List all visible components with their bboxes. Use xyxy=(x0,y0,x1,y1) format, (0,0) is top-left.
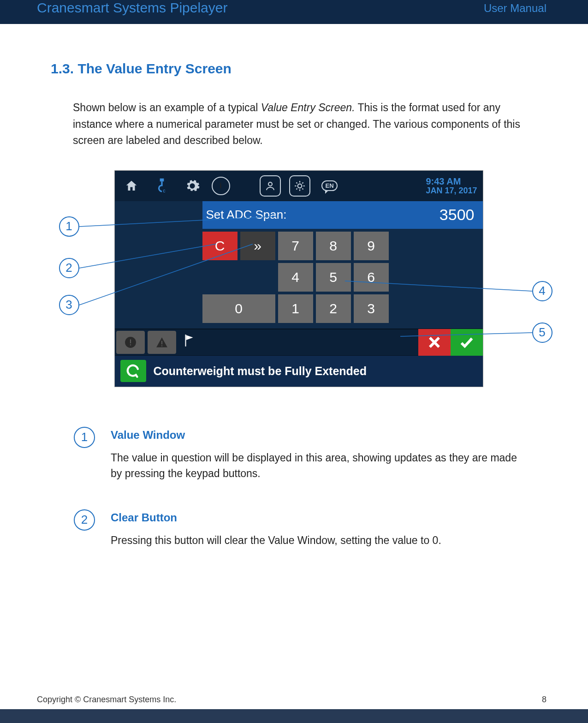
key-4[interactable]: 4 xyxy=(278,263,313,292)
page-number: 8 xyxy=(542,695,546,705)
desc-title: Clear Button xyxy=(111,511,441,524)
document-header: Cranesmart Systems Pipelayer User Manual xyxy=(0,0,588,24)
warning-icon[interactable] xyxy=(148,331,176,354)
description-item: 1 Value Window The value in question wil… xyxy=(74,429,528,482)
callout-3: 3 xyxy=(59,295,79,315)
callout-1: 1 xyxy=(59,216,79,237)
desc-title: Value Window xyxy=(111,429,528,442)
clock: 9:43 AM JAN 17, 2017 xyxy=(426,176,477,196)
doc-title: Cranesmart Systems Pipelayer xyxy=(37,0,227,16)
cancel-button[interactable] xyxy=(418,329,451,356)
copyright: Copyright © Cranesmart Systems Inc. xyxy=(37,695,176,705)
svg-rect-12 xyxy=(161,341,162,345)
backspace-button[interactable]: » xyxy=(240,232,275,260)
doc-subtitle: User Manual xyxy=(484,0,546,15)
callout-4: 4 xyxy=(532,281,552,301)
svg-rect-10 xyxy=(130,339,131,343)
key-7[interactable]: 7 xyxy=(278,232,313,260)
svg-point-7 xyxy=(268,182,272,186)
clear-button[interactable]: C xyxy=(202,232,238,260)
message-text: Counterweight must be Fully Extended xyxy=(154,364,367,378)
svg-rect-11 xyxy=(130,344,131,345)
language-icon[interactable]: EN xyxy=(319,175,341,197)
flag-icon[interactable] xyxy=(178,334,201,351)
screenshot-figure: 1 2 3 4 5 c i EN xyxy=(114,170,483,387)
value-window: Set ADC Span: 3500 xyxy=(202,201,483,229)
keypad: C » 7 8 9 4 5 6 0 xyxy=(202,229,483,329)
svg-rect-13 xyxy=(161,345,162,346)
desc-body: Pressing this button will clear the Valu… xyxy=(111,532,441,549)
key-3[interactable]: 3 xyxy=(354,294,389,323)
svg-point-8 xyxy=(297,184,302,188)
bottom-bar xyxy=(0,709,588,723)
svg-rect-14 xyxy=(185,335,186,347)
top-toolbar: c i EN 9:43 AM JAN 17, 2017 xyxy=(115,171,483,201)
gear-icon[interactable] xyxy=(181,175,203,197)
confirm-button[interactable] xyxy=(451,329,483,356)
desc-num-1: 1 xyxy=(74,427,95,448)
page-footer: Copyright © Cranesmart Systems Inc. 8 xyxy=(0,695,588,705)
value-label: Set ADC Span: xyxy=(206,208,440,222)
desc-body: The value in question will be displayed … xyxy=(111,450,528,482)
message-icon xyxy=(120,360,146,382)
intro-paragraph: Shown below is an example of a typical V… xyxy=(73,100,537,149)
key-6[interactable]: 6 xyxy=(354,263,389,292)
message-bar: Counterweight must be Fully Extended xyxy=(115,355,483,387)
device-screen: c i EN 9:43 AM JAN 17, 2017 xyxy=(114,170,483,387)
key-9[interactable]: 9 xyxy=(354,232,389,260)
key-8[interactable]: 8 xyxy=(316,232,351,260)
desc-num-2: 2 xyxy=(74,509,95,531)
section-heading: 1.3. The Value Entry Screen xyxy=(51,61,546,77)
brightness-icon[interactable] xyxy=(289,175,310,197)
key-5[interactable]: 5 xyxy=(316,263,351,292)
key-2[interactable]: 2 xyxy=(316,294,351,323)
alert-icon[interactable] xyxy=(116,331,145,354)
info-icon[interactable]: i xyxy=(212,177,230,195)
user-icon[interactable] xyxy=(260,175,281,197)
status-bar xyxy=(115,329,483,355)
value-display: 3500 xyxy=(440,206,475,224)
hook-icon[interactable]: c xyxy=(151,175,173,197)
svg-rect-5 xyxy=(160,179,164,182)
home-icon[interactable] xyxy=(120,175,143,197)
key-1[interactable]: 1 xyxy=(278,294,313,323)
svg-text:c: c xyxy=(163,188,166,193)
callout-2: 2 xyxy=(59,258,79,278)
description-item: 2 Clear Button Pressing this button will… xyxy=(74,511,528,549)
callout-5: 5 xyxy=(532,323,552,343)
key-0[interactable]: 0 xyxy=(202,294,275,323)
